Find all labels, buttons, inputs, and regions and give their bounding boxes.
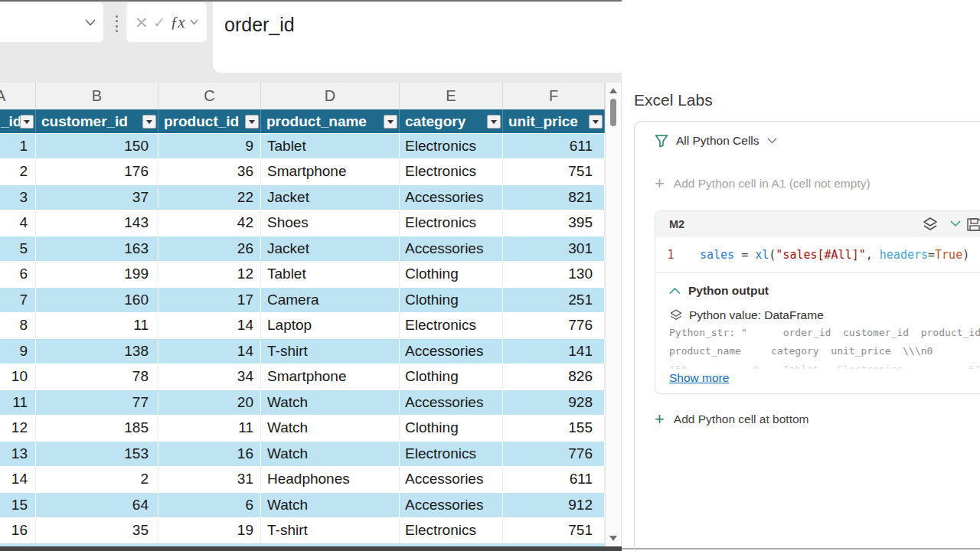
table-cell[interactable]: 163 <box>36 236 158 262</box>
chevron-down-icon[interactable] <box>190 19 198 25</box>
vertical-scrollbar[interactable] <box>605 83 622 546</box>
table-cell[interactable]: 16 <box>158 441 261 467</box>
table-cell[interactable]: Electronics <box>400 518 503 544</box>
table-cell[interactable]: 776 <box>503 313 605 339</box>
table-cell[interactable]: Watch <box>261 492 400 518</box>
table-cell[interactable]: Accessories <box>400 338 503 364</box>
table-cell[interactable]: 26 <box>158 236 261 262</box>
save-icon[interactable] <box>966 217 980 233</box>
column-letter-E[interactable]: E <box>400 83 503 109</box>
table-cell[interactable]: Watch <box>261 390 400 416</box>
table-header-category[interactable]: category <box>400 109 503 133</box>
table-cell[interactable]: 6 <box>158 492 261 518</box>
table-cell[interactable]: 821 <box>503 184 605 210</box>
table-cell[interactable]: 11 <box>0 390 36 416</box>
table-cell[interactable]: 42 <box>158 210 261 236</box>
table-cell[interactable]: 16 <box>0 518 36 544</box>
table-cell[interactable]: 153 <box>36 441 158 467</box>
table-cell[interactable]: 395 <box>503 210 605 236</box>
table-cell[interactable]: Headphones <box>261 467 400 493</box>
scroll-down-icon[interactable] <box>609 536 617 541</box>
table-cell[interactable]: 11 <box>36 313 158 339</box>
chevron-down-icon[interactable] <box>950 220 961 227</box>
table-cell[interactable]: 14 <box>158 338 261 364</box>
table-cell[interactable]: Smartphone <box>261 364 400 390</box>
table-cell[interactable]: 143 <box>36 210 158 236</box>
confirm-icon[interactable]: ✓ <box>153 15 165 30</box>
table-cell[interactable]: 751 <box>503 518 605 544</box>
table-cell[interactable]: Accessories <box>400 390 503 416</box>
column-letter-F[interactable]: F <box>503 83 605 109</box>
table-cell[interactable]: Electronics <box>400 441 503 467</box>
table-cell[interactable]: 31 <box>158 467 261 493</box>
table-cell[interactable]: 751 <box>503 159 605 185</box>
table-cell[interactable]: 2 <box>36 467 158 493</box>
table-cell[interactable]: Watch <box>261 441 400 467</box>
table-cell[interactable]: Electronics <box>400 159 503 185</box>
table-cell[interactable]: Smartphone <box>261 159 400 185</box>
table-cell[interactable]: 6 <box>0 262 36 288</box>
table-cell[interactable]: Tablet <box>261 133 400 159</box>
table-cell[interactable]: Electronics <box>400 313 503 339</box>
table-cell[interactable]: 36 <box>158 159 261 185</box>
table-cell[interactable]: 776 <box>503 441 605 467</box>
table-cell[interactable]: Accessories <box>400 184 503 210</box>
table-cell[interactable]: 912 <box>503 492 605 518</box>
table-cell[interactable]: Electronics <box>400 133 503 159</box>
table-cell[interactable]: 14 <box>0 467 36 493</box>
table-cell[interactable]: 3 <box>0 184 36 210</box>
code-editor[interactable]: 1 sales = xl("sales[#All]", headers=True… <box>655 237 980 272</box>
table-cell[interactable]: 5 <box>0 236 36 262</box>
column-letter-B[interactable]: B <box>36 83 158 109</box>
table-cell[interactable]: Shoes <box>261 210 400 236</box>
filter-button[interactable] <box>384 115 397 129</box>
table-cell[interactable]: Accessories <box>400 467 503 493</box>
table-header-unit_price[interactable]: unit_price <box>503 109 605 133</box>
table-cell[interactable]: 7 <box>0 287 36 313</box>
table-cell[interactable]: 13 <box>0 441 36 467</box>
table-cell[interactable]: 611 <box>503 467 605 493</box>
table-cell[interactable]: 199 <box>36 262 158 288</box>
table-cell[interactable]: 138 <box>36 338 158 364</box>
add-python-cell-a1[interactable]: + Add Python cell in A1 (cell not empty) <box>655 175 871 192</box>
table-cell[interactable]: 130 <box>503 262 605 288</box>
table-cell[interactable]: Tablet <box>261 262 400 288</box>
table-cell[interactable]: 12 <box>0 416 36 442</box>
column-letter-A[interactable]: A <box>0 83 36 109</box>
table-cell[interactable]: 37 <box>36 184 158 210</box>
table-cell[interactable]: Camera <box>261 287 400 313</box>
scrollbar-thumb[interactable] <box>610 99 616 126</box>
filter-button[interactable] <box>245 115 259 129</box>
table-cell[interactable]: 141 <box>503 338 605 364</box>
drag-handle[interactable] <box>113 14 119 34</box>
filter-button[interactable] <box>487 115 501 129</box>
table-cell[interactable]: Laptop <box>261 313 400 339</box>
fx-icon[interactable]: ƒx <box>171 14 185 31</box>
table-cell[interactable]: 78 <box>36 364 158 390</box>
table-cell[interactable]: Accessories <box>400 236 503 262</box>
table-cell[interactable]: 14 <box>158 313 261 339</box>
python-output-toggle[interactable]: Python output <box>669 282 980 299</box>
table-header-customer_id[interactable]: customer_id <box>36 109 158 133</box>
table-cell[interactable]: 9 <box>158 133 261 159</box>
table-cell[interactable]: 77 <box>36 390 158 416</box>
table-header-product_name[interactable]: product_name <box>261 109 400 133</box>
table-cell[interactable]: 12 <box>158 262 261 288</box>
table-cell[interactable]: 15 <box>0 492 36 518</box>
table-cell[interactable]: Watch <box>261 416 400 442</box>
column-letter-C[interactable]: C <box>158 83 261 109</box>
table-cell[interactable]: 20 <box>158 390 261 416</box>
python-cell-header[interactable]: M2 <box>655 211 980 237</box>
table-cell[interactable]: 10 <box>0 364 36 390</box>
table-cell[interactable]: 35 <box>36 518 158 544</box>
column-letter-D[interactable]: D <box>261 83 400 109</box>
table-cell[interactable]: 150 <box>36 133 158 159</box>
filter-button[interactable] <box>20 115 34 129</box>
table-header-product_id[interactable]: product_id <box>158 109 261 133</box>
table-cell[interactable]: 22 <box>158 184 261 210</box>
layers-icon[interactable] <box>922 217 939 233</box>
table-cell[interactable]: 9 <box>0 338 36 364</box>
table-cell[interactable]: 17 <box>158 287 261 313</box>
table-cell[interactable]: 176 <box>36 159 158 185</box>
table-cell[interactable]: 301 <box>503 236 605 262</box>
